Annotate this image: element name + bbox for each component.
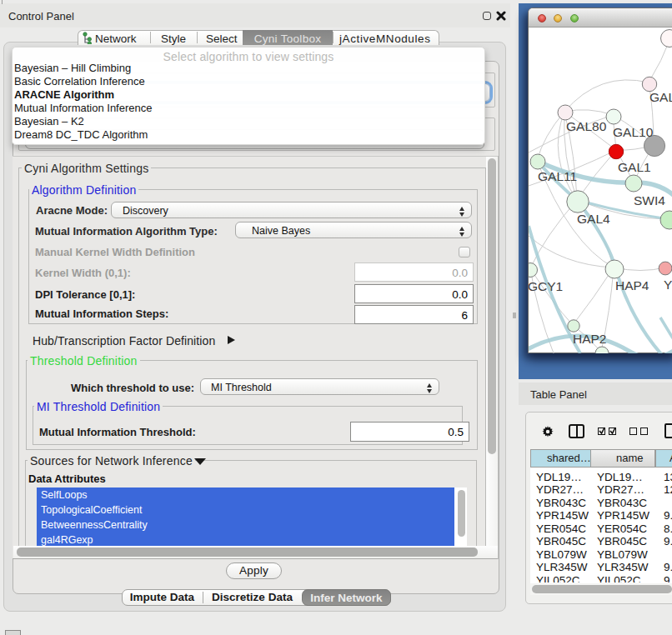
svg-text:SWI4: SWI4	[634, 193, 665, 208]
svg-text:GAL4: GAL4	[577, 212, 610, 226]
svg-text:GAL80: GAL80	[566, 119, 607, 133]
svg-text:Y: Y	[664, 278, 672, 292]
svg-text:GCY1: GCY1	[529, 279, 563, 293]
svg-text:GAL1: GAL1	[618, 160, 651, 174]
svg-text:GAL11: GAL11	[538, 169, 577, 183]
svg-text:GAL10: GAL10	[613, 125, 654, 139]
svg-text:HAP2: HAP2	[573, 332, 607, 346]
svg-text:GAL2: GAL2	[649, 90, 672, 104]
svg-text:HAP4: HAP4	[615, 278, 649, 292]
